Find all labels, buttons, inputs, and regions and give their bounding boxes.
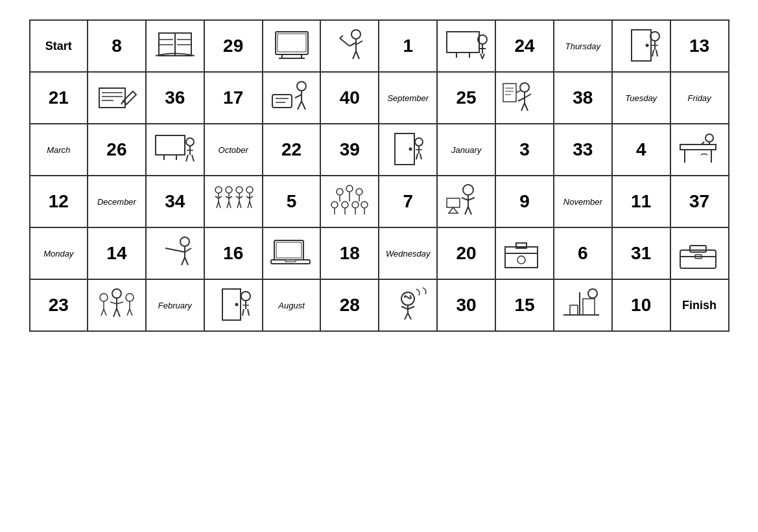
cell-number: 21	[49, 87, 69, 108]
svg-line-33	[656, 50, 657, 56]
svg-point-76	[705, 134, 713, 142]
svg-rect-53	[503, 84, 516, 102]
svg-line-168	[405, 313, 408, 319]
svg-point-105	[356, 189, 362, 195]
cell-r3-c0: 12	[30, 176, 88, 227]
cell-r5-c7: 30	[437, 279, 495, 331]
svg-rect-34	[99, 88, 125, 108]
cell-r3-c10: 11	[612, 176, 670, 227]
cell-number: 38	[573, 87, 593, 108]
toolbox-icon	[674, 231, 726, 276]
cell-r1-c3: 17	[204, 72, 263, 124]
svg-point-79	[215, 187, 222, 193]
svg-line-49	[525, 94, 531, 98]
cell-month: September	[387, 93, 429, 103]
cell-r3-c9: November	[554, 176, 612, 227]
cell-r4-c2	[146, 227, 204, 279]
cell-number: 10	[631, 295, 651, 315]
write-icon	[91, 75, 143, 121]
cell-r3-c4: 5	[263, 176, 321, 227]
cell-month: December	[97, 197, 136, 207]
cell-day: Friday	[687, 93, 711, 103]
group-icon	[324, 179, 375, 224]
study-icon	[557, 283, 609, 328]
svg-rect-10	[278, 34, 306, 52]
svg-line-127	[182, 257, 185, 265]
cell-r2-c4: 22	[263, 124, 321, 176]
svg-point-157	[241, 292, 250, 301]
svg-line-120	[462, 198, 468, 200]
svg-line-153	[127, 309, 130, 316]
cell-number: 22	[281, 139, 302, 159]
cell-number: 39	[340, 139, 360, 159]
cell-r2-c7: January	[437, 124, 495, 176]
svg-rect-44	[272, 95, 292, 108]
svg-line-84	[219, 202, 220, 208]
cell-r0-c10	[612, 20, 670, 72]
cell-number: 13	[689, 36, 709, 56]
cell-r5-c9	[554, 279, 612, 331]
cell-r1-c9: 38	[554, 72, 612, 124]
cell-r2-c3: October	[204, 124, 263, 176]
cell-number: 5	[287, 191, 297, 211]
svg-line-121	[465, 207, 468, 214]
cell-r1-c6: September	[379, 72, 437, 124]
cell-r1-c2: 36	[146, 72, 204, 124]
cell-number: 40	[340, 87, 360, 108]
svg-rect-7	[276, 32, 308, 54]
laptop-icon	[266, 231, 318, 276]
svg-line-96	[239, 202, 241, 208]
svg-rect-123	[447, 198, 460, 207]
students-icon	[207, 179, 259, 224]
cell-number: 4	[636, 139, 646, 159]
cell-r5-c0: 23	[30, 279, 88, 331]
cell-r2-c10: 4	[612, 124, 670, 176]
cell-r5-c11: Finish	[670, 279, 729, 331]
cell-r5-c2: February	[146, 279, 204, 331]
svg-point-163	[405, 295, 407, 297]
door3-icon	[207, 283, 259, 328]
cell-number: 28	[340, 295, 360, 315]
svg-line-50	[518, 98, 525, 101]
cell-number: 12	[49, 191, 69, 211]
svg-point-61	[186, 138, 194, 146]
cell-number: 18	[340, 243, 360, 263]
point-icon	[499, 75, 551, 121]
cell-day: Tuesday	[625, 93, 657, 103]
cell-r2-c1: 26	[88, 124, 146, 176]
cell-r4-c1: 14	[88, 227, 146, 279]
svg-point-39	[297, 82, 306, 91]
cell-r2-c11	[670, 124, 729, 176]
svg-rect-138	[690, 246, 706, 252]
cell-r0-c11: 13	[670, 20, 729, 72]
cell-number: 9	[519, 191, 530, 211]
svg-line-160	[243, 309, 244, 316]
svg-point-47	[520, 83, 529, 92]
cell-r0-c2	[146, 20, 204, 72]
svg-line-16	[356, 51, 359, 59]
cell-r5-c1	[88, 279, 146, 331]
game-board: Start8 29 1 24Thursday	[29, 19, 729, 332]
cell-r3-c7	[437, 176, 495, 227]
svg-rect-137	[680, 250, 716, 268]
cell-r4-c0: Monday	[30, 227, 88, 279]
cell-r4-c3: 16	[204, 227, 263, 279]
cell-r0-c7	[437, 20, 495, 72]
svg-line-38	[121, 101, 123, 104]
svg-line-64	[186, 155, 188, 161]
point2-icon	[149, 231, 201, 276]
svg-point-11	[351, 30, 361, 39]
class-icon	[91, 283, 143, 328]
cell-number: 23	[49, 295, 69, 315]
svg-point-142	[100, 294, 108, 301]
computer-icon	[266, 23, 318, 69]
cell-day: Thursday	[565, 41, 600, 51]
cell-r5-c8: 15	[495, 279, 554, 331]
svg-rect-132	[285, 260, 296, 262]
cell-r4-c7: 20	[437, 227, 495, 279]
cell-number: 14	[106, 243, 126, 263]
svg-point-136	[517, 256, 525, 264]
svg-point-107	[342, 202, 348, 208]
cell-r0-c9: Thursday	[554, 20, 612, 72]
cell-r5-c4: August	[263, 279, 321, 331]
